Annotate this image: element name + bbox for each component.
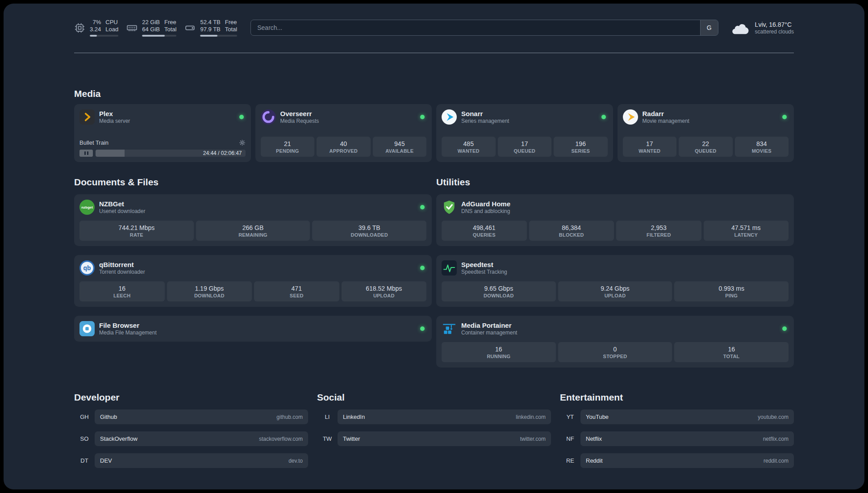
stat-label: LEECH	[81, 292, 163, 299]
service-name: File Browser	[99, 321, 157, 330]
bookmark-name: DEV	[100, 457, 112, 464]
stat-wanted: 485 WANTED	[442, 137, 496, 157]
dashboard-frame: 7% 3.24 CPU Load	[4, 4, 864, 489]
pause-button[interactable]	[79, 150, 93, 157]
service-description: Movie management	[643, 118, 689, 125]
cpu-usage-value: 7%	[90, 19, 101, 26]
bookmark-url: twitter.com	[520, 436, 546, 442]
service-card-sonarr[interactable]: Sonarr Series management 485 WANTED 17 Q…	[436, 104, 613, 162]
bookmark-name: Github	[100, 414, 117, 420]
bookmark-abbr: SO	[74, 435, 95, 442]
documents-column: Documents & Files nzbget NZBGet Usenet d…	[74, 176, 432, 342]
stat-label: QUERIES	[443, 232, 525, 238]
service-card-speedtest[interactable]: Speedtest Speedtest Tracking 9.65 Gbps D…	[436, 255, 794, 307]
bookmark-name: LinkedIn	[343, 414, 365, 420]
bookmark-name: Netflix	[586, 435, 602, 442]
cpu-usage-label: CPU	[105, 19, 118, 26]
bookmark-linkedin[interactable]: LI LinkedIn linkedin.com	[317, 409, 551, 424]
status-dot	[782, 326, 787, 331]
service-card-qbittorrent[interactable]: qb qBittorrent Torrent downloader 16 LEE…	[74, 255, 432, 307]
stat-label: PING	[676, 292, 787, 299]
bookmark-dev[interactable]: DT DEV dev.to	[74, 453, 308, 468]
playback-time: 24:44 / 02:06:47	[203, 150, 242, 157]
service-description: Usenet downloader	[99, 208, 145, 215]
disk-total-label: Total	[225, 26, 237, 33]
weather-location: Lviv, 16.87°C	[755, 21, 794, 29]
search-input[interactable]	[251, 20, 700, 35]
section-title-utilities: Utilities	[436, 176, 794, 188]
service-name: NZBGet	[99, 200, 145, 208]
top-bar: 7% 3.24 CPU Load	[74, 17, 794, 38]
stat-value: 0	[560, 345, 671, 353]
bookmark-url: dev.to	[288, 458, 303, 464]
service-card-nzbget[interactable]: nzbget NZBGet Usenet downloader 744.21 M…	[74, 194, 432, 246]
memory-free-value: 22 GiB	[142, 19, 160, 26]
stat-label: DOWNLOADED	[314, 232, 425, 238]
bookmark-name: StackOverflow	[100, 435, 138, 442]
status-dot	[782, 115, 787, 119]
service-card-portainer[interactable]: Media Portainer Container management 16 …	[436, 316, 794, 368]
service-card-filebrowser[interactable]: File Browser Media File Management	[74, 316, 432, 342]
section-title-developer: Developer	[74, 392, 308, 403]
bookmark-abbr: LI	[317, 414, 338, 420]
stat-value: 17	[625, 140, 675, 148]
status-dot	[420, 205, 425, 209]
service-card-plex[interactable]: Plex Media server Bullet Train	[74, 104, 251, 162]
bookmark-github[interactable]: GH Github github.com	[74, 409, 308, 424]
cloud-icon	[730, 21, 750, 34]
bookmark-reddit[interactable]: RE Reddit reddit.com	[560, 453, 794, 468]
stat-label: TOTAL	[676, 353, 787, 359]
status-dot	[601, 115, 606, 119]
stat-value: 39.6 TB	[314, 224, 425, 232]
stat-label: BLOCKED	[531, 232, 613, 238]
memory-total-value: 64 GiB	[142, 26, 160, 33]
service-card-radarr[interactable]: Radarr Movie management 17 WANTED 22 QUE…	[618, 104, 794, 162]
stat-latency: 47.571 ms LATENCY	[704, 221, 789, 241]
weather-widget: Lviv, 16.87°C scattered clouds	[730, 21, 794, 35]
stat-label: WANTED	[443, 148, 494, 154]
playback-progress-bar[interactable]: 24:44 / 02:06:47	[96, 150, 246, 157]
cpu-load-label: Load	[105, 26, 118, 33]
stat-label: SERIES	[555, 148, 606, 154]
qbittorrent-icon: qb	[79, 260, 95, 276]
bookmark-stackoverflow[interactable]: SO StackOverflow stackoverflow.com	[74, 431, 308, 446]
cpu-widget: 7% 3.24 CPU Load	[74, 19, 118, 37]
plex-icon	[79, 109, 95, 125]
bookmark-name: Reddit	[586, 457, 603, 464]
stat-value: 485	[443, 140, 494, 148]
service-description: Media File Management	[99, 330, 157, 336]
search-bar: G	[250, 20, 718, 36]
stat-value: 22	[680, 140, 731, 148]
service-description: Media Requests	[280, 118, 319, 125]
stat-value: 47.571 ms	[705, 224, 787, 232]
status-dot	[239, 115, 244, 119]
section-title-social: Social	[317, 392, 551, 403]
memory-free-label: Free	[164, 19, 176, 26]
stat-download: 9.65 Gbps DOWNLOAD	[442, 281, 556, 301]
stat-series: 196 SERIES	[554, 137, 608, 157]
service-card-overseerr[interactable]: Overseerr Media Requests 21 PENDING 40 A…	[255, 104, 432, 162]
section-title-media: Media	[74, 88, 794, 100]
stat-value: 21	[263, 140, 313, 148]
cpu-load-value: 3.24	[90, 26, 101, 33]
bookmark-twitter[interactable]: TW Twitter twitter.com	[317, 431, 551, 446]
stat-downloaded: 39.6 TB DOWNLOADED	[312, 221, 426, 241]
search-provider-button[interactable]: G	[700, 20, 718, 35]
stat-label: LATENCY	[705, 232, 787, 238]
stat-queries: 498,461 QUERIES	[442, 221, 527, 241]
svg-text:nzbget: nzbget	[81, 205, 93, 209]
service-name: Overseerr	[280, 109, 319, 118]
cpu-progress-bar	[90, 35, 118, 37]
gear-icon[interactable]	[239, 139, 246, 146]
service-name: Plex	[99, 109, 130, 118]
stat-value: 266 GB	[198, 224, 309, 232]
stat-rate: 744.21 Mbps RATE	[79, 221, 194, 241]
stat-total: 16 TOTAL	[674, 342, 789, 362]
overseerr-icon	[261, 109, 276, 125]
service-name: Speedtest	[461, 260, 507, 269]
service-card-adguard[interactable]: AdGuard Home DNS and adblocking 498,461 …	[436, 194, 794, 246]
bookmark-youtube[interactable]: YT YouTube youtube.com	[560, 409, 794, 424]
service-name: Sonarr	[461, 109, 509, 118]
bookmark-netflix[interactable]: NF Netflix netflix.com	[560, 431, 794, 446]
disk-widget: 52.4 TB 97.9 TB Free Total	[184, 19, 237, 37]
